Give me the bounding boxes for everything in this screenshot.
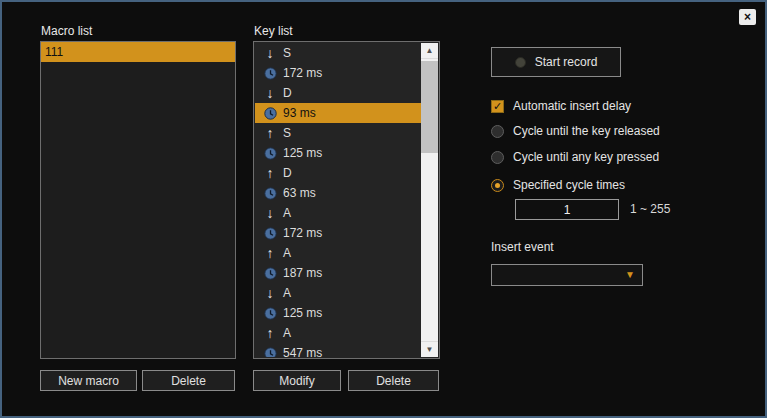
key-list-item[interactable]: 172 ms (255, 223, 421, 243)
key-up-arrow-icon: ↑ (261, 126, 279, 140)
key-list-item[interactable]: ↓D (255, 83, 421, 103)
key-list-item[interactable]: 547 ms (255, 343, 421, 357)
key-list-item[interactable]: 63 ms (255, 183, 421, 203)
key-list-item[interactable]: ↑A (255, 323, 421, 343)
key-list-item[interactable]: ↓S (255, 43, 421, 63)
cycle-times-input[interactable] (515, 199, 619, 220)
key-list-scrollbar[interactable]: ▲ ▼ (421, 43, 438, 357)
key-item-label: A (283, 206, 291, 220)
scrollbar-thumb[interactable] (421, 61, 438, 153)
delay-clock-icon (261, 227, 279, 240)
record-icon (515, 57, 526, 68)
cycle-until-released-row: Cycle until the key released (491, 124, 660, 138)
delay-clock-icon (261, 187, 279, 200)
key-list-item[interactable]: ↑D (255, 163, 421, 183)
key-item-label: 547 ms (283, 346, 322, 357)
key-up-arrow-icon: ↑ (261, 246, 279, 260)
cycle-until-pressed-radio[interactable] (491, 151, 504, 164)
auto-insert-delay-label: Automatic insert delay (513, 99, 631, 113)
specified-cycle-times-label: Specified cycle times (513, 178, 625, 192)
specified-cycle-times-radio[interactable] (491, 179, 504, 192)
key-item-label: A (283, 286, 291, 300)
delete-macro-button[interactable]: Delete (142, 370, 235, 391)
scroll-down-icon[interactable]: ▼ (421, 341, 438, 357)
key-item-label: 63 ms (283, 186, 316, 200)
key-item-label: D (283, 86, 292, 100)
key-down-arrow-icon: ↓ (261, 46, 279, 60)
macro-list: 111 (40, 41, 236, 359)
key-down-arrow-icon: ↓ (261, 206, 279, 220)
delay-clock-icon (261, 267, 279, 280)
key-up-arrow-icon: ↑ (261, 166, 279, 180)
delay-clock-icon (261, 107, 279, 120)
key-item-label: 125 ms (283, 306, 322, 320)
key-up-arrow-icon: ↑ (261, 326, 279, 340)
macro-list-item[interactable]: 111 (41, 42, 235, 62)
key-item-label: A (283, 246, 291, 260)
insert-event-dropdown[interactable]: ▼ (491, 264, 643, 286)
key-list-item[interactable]: 125 ms (255, 143, 421, 163)
auto-insert-delay-row: ✓ Automatic insert delay (491, 99, 631, 113)
key-list-item[interactable]: ↑A (255, 243, 421, 263)
chevron-down-icon: ▼ (625, 270, 642, 280)
key-item-label: 172 ms (283, 226, 322, 240)
key-item-label: S (283, 126, 291, 140)
checkmark-icon: ✓ (493, 101, 502, 112)
key-list: ↓S172 ms↓D93 ms↑S125 ms↑D63 ms↓A172 ms↑A… (253, 41, 440, 359)
key-item-label: 93 ms (283, 106, 316, 120)
key-list-item[interactable]: ↓A (255, 283, 421, 303)
key-list-item[interactable]: 187 ms (255, 263, 421, 283)
key-item-label: 187 ms (283, 266, 322, 280)
start-record-button[interactable]: Start record (491, 47, 621, 77)
macro-list-title: Macro list (41, 24, 92, 38)
start-record-label: Start record (535, 55, 598, 69)
macro-editor-window: × Macro list Key list 111 ↓S172 ms↓D93 m… (0, 0, 767, 418)
delete-key-button[interactable]: Delete (348, 370, 439, 391)
key-item-label: S (283, 46, 291, 60)
close-button[interactable]: × (739, 9, 756, 25)
specified-cycle-times-row: Specified cycle times (491, 178, 625, 192)
delay-clock-icon (261, 307, 279, 320)
auto-insert-delay-checkbox[interactable]: ✓ (491, 100, 504, 113)
key-list-item[interactable]: ↑S (255, 123, 421, 143)
cycle-until-released-radio[interactable] (491, 125, 504, 138)
cycle-times-range: 1 ~ 255 (630, 202, 670, 216)
close-icon: × (744, 11, 751, 23)
key-list-item[interactable]: ↓A (255, 203, 421, 223)
scroll-up-icon[interactable]: ▲ (421, 43, 438, 59)
delay-clock-icon (261, 147, 279, 160)
key-list-title: Key list (254, 24, 293, 38)
delay-clock-icon (261, 347, 279, 358)
cycle-until-pressed-label: Cycle until any key pressed (513, 150, 659, 164)
key-list-rows: ↓S172 ms↓D93 ms↑S125 ms↑D63 ms↓A172 ms↑A… (255, 43, 421, 357)
key-list-item[interactable]: 172 ms (255, 63, 421, 83)
modify-key-button[interactable]: Modify (253, 370, 341, 391)
key-down-arrow-icon: ↓ (261, 286, 279, 300)
key-list-item[interactable]: 125 ms (255, 303, 421, 323)
new-macro-button[interactable]: New macro (40, 370, 137, 391)
delay-clock-icon (261, 67, 279, 80)
macro-list-rows: 111 (41, 42, 235, 62)
cycle-until-released-label: Cycle until the key released (513, 124, 660, 138)
key-list-item[interactable]: 93 ms (255, 103, 421, 123)
cycle-until-pressed-row: Cycle until any key pressed (491, 150, 659, 164)
insert-event-label: Insert event (491, 240, 554, 254)
key-item-label: A (283, 326, 291, 340)
key-item-label: 172 ms (283, 66, 322, 80)
key-down-arrow-icon: ↓ (261, 86, 279, 100)
key-item-label: D (283, 166, 292, 180)
key-item-label: 125 ms (283, 146, 322, 160)
